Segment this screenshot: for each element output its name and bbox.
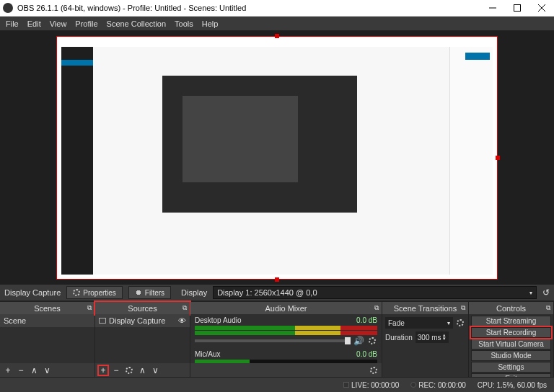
start-recording-button[interactable]: Start Recording [471,327,551,338]
controls-header: Controls ⧉ [469,302,553,314]
sources-header: Sources ⧉ [95,302,190,314]
start-virtual-camera-button[interactable]: Start Virtual Camera [471,339,551,349]
studio-mode-button[interactable]: Studio Mode [471,350,551,361]
visibility-toggle-icon[interactable]: 👁 [178,316,186,325]
display-dropdown[interactable]: Display 1: 2560x1440 @ 0,0 ▾ [213,286,537,299]
window-title: OBS 26.1.1 (64-bit, windows) - Profile: … [17,4,246,12]
detach-icon[interactable]: ⧉ [183,304,187,312]
transitions-dock: Scene Transitions ⧉ Fade ▾ Duration 300 … [382,302,469,377]
duration-spinner[interactable]: 300 ms ▲▼ [416,331,449,343]
remove-source-button[interactable]: − [111,365,121,375]
minimize-button[interactable] [480,0,505,17]
live-indicator-icon [343,382,349,388]
status-live: LIVE: 00:00:00 [343,381,399,389]
sources-dock: Sources ⧉ Display Capture 👁 + − ∧ ∨ [95,302,190,377]
status-bar: LIVE: 00:00:00 REC: 00:00:00 CPU: 1.5%, … [0,377,554,392]
scenes-header: Scenes ⧉ [0,302,94,314]
gear-icon [369,337,376,344]
chevron-down-icon: ▾ [447,320,450,326]
start-streaming-button[interactable]: Start Streaming [471,316,551,326]
gear-icon [457,319,464,326]
preview-area[interactable] [0,31,554,285]
detach-icon[interactable]: ⧉ [374,304,379,312]
preview-selected-source[interactable] [56,36,498,280]
scenes-dock: Scenes ⧉ Scene + − ∧ ∨ [0,302,95,377]
menu-tools[interactable]: Tools [175,19,193,28]
selected-source-label: Display Capture [4,288,61,297]
scene-item[interactable]: Scene [0,314,94,327]
add-source-button[interactable]: + [98,365,108,375]
menu-file[interactable]: File [6,19,19,28]
gear-icon [370,367,377,374]
source-toolbar: Display Capture Properties Filters Displ… [0,285,554,301]
settings-button[interactable]: Settings [471,362,551,373]
gear-icon [126,367,133,374]
status-cpu: CPU: 1.5%, 60.00 fps [478,381,547,389]
mixer-track-mic: Mic/Aux 0.0 dB 🔊 [190,348,382,363]
menu-bar: File Edit View Profile Scene Collection … [0,17,554,31]
detach-icon[interactable]: ⧉ [546,304,550,312]
detach-icon[interactable]: ⧉ [461,304,465,312]
remove-scene-button[interactable]: − [16,365,26,375]
gear-icon [73,289,80,296]
transition-settings-button[interactable] [455,318,465,328]
volume-slider[interactable] [195,339,351,342]
duration-label: Duration [385,334,413,342]
reset-icon[interactable]: ↺ [542,288,550,298]
source-item[interactable]: Display Capture 👁 [95,314,190,327]
exit-button[interactable]: Exit [471,373,551,377]
svg-rect-0 [514,5,521,12]
filter-icon [135,289,142,296]
menu-scene-collection[interactable]: Scene Collection [107,19,167,28]
speaker-icon[interactable]: 🔊 [353,336,364,346]
docks: Scenes ⧉ Scene + − ∧ ∨ Sources ⧉ Display… [0,301,554,377]
display-label: Display [181,288,207,297]
source-settings-button[interactable] [124,365,134,375]
scene-up-button[interactable]: ∧ [29,365,39,375]
add-scene-button[interactable]: + [3,365,13,375]
track-settings-button[interactable] [367,336,377,346]
spinner-arrows-icon[interactable]: ▲▼ [442,334,447,341]
menu-view[interactable]: View [50,19,67,28]
menu-edit[interactable]: Edit [27,19,41,28]
transitions-header: Scene Transitions ⧉ [382,302,468,314]
mixer-track-desktop: Desktop Audio 0.0 dB 🔊 [190,314,382,348]
transition-dropdown[interactable]: Fade ▾ [385,317,453,329]
menu-help[interactable]: Help [202,19,219,28]
mixer-settings-button[interactable] [369,365,379,375]
audio-mixer-dock: Audio Mixer ⧉ Desktop Audio 0.0 dB 🔊 [190,302,382,377]
rec-indicator-icon [410,382,416,388]
controls-dock: Controls ⧉ Start Streaming Start Recordi… [469,302,554,377]
display-icon [99,318,106,324]
detach-icon[interactable]: ⧉ [87,304,92,312]
title-bar: OBS 26.1.1 (64-bit, windows) - Profile: … [0,0,554,17]
chevron-down-icon: ▾ [529,290,532,296]
maximize-button[interactable] [505,0,529,17]
source-down-button[interactable]: ∨ [150,365,160,375]
source-up-button[interactable]: ∧ [137,365,147,375]
close-button[interactable] [529,0,554,17]
app-icon [3,3,13,13]
mixer-header: Audio Mixer ⧉ [190,302,382,314]
status-rec: REC: 00:00:00 [410,381,466,389]
menu-profile[interactable]: Profile [75,19,97,28]
filters-button[interactable]: Filters [128,286,171,299]
properties-button[interactable]: Properties [66,286,123,299]
scene-down-button[interactable]: ∨ [42,365,52,375]
